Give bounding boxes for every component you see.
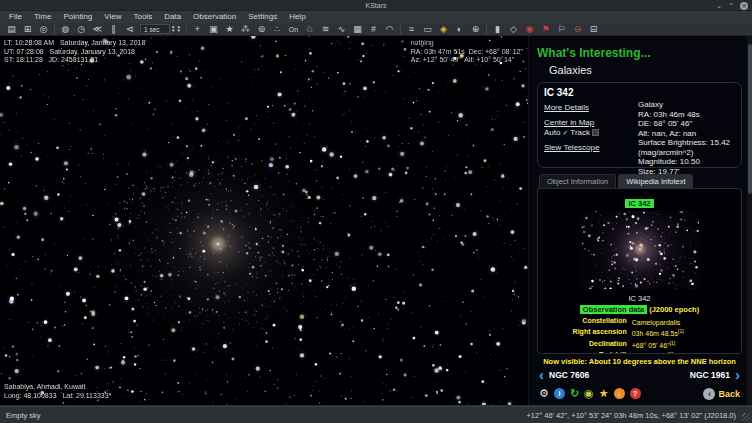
toolbar-separator — [186, 25, 187, 34]
row-value: Camelopardalis — [632, 319, 681, 326]
toggle-ecliptic-icon[interactable]: ∿ — [334, 23, 349, 36]
tab-object-information[interactable]: Object Information — [539, 174, 616, 188]
wikipedia-infotext-box: IC 342 IC 342 Observation data (J2000 ep… — [537, 188, 742, 354]
back-button[interactable]: ‹ Back — [703, 388, 740, 400]
menu-settings[interactable]: Settings — [242, 11, 283, 23]
geographic-location-icon[interactable]: ◍ — [58, 23, 73, 36]
timestep-value[interactable]: 1 sec — [140, 24, 170, 34]
toggle-constellation-lines-icon[interactable]: ∴ — [270, 23, 285, 36]
download-icon[interactable]: ↓ — [614, 388, 625, 399]
toggle-horizon-icon[interactable]: ◠ — [382, 23, 397, 36]
toggle-solar-system-icon[interactable]: ⊚ — [254, 23, 269, 36]
window-controls: ⌄ ⌃ ✕ — [716, 0, 748, 11]
target-icon[interactable]: ◉ — [522, 23, 537, 36]
moon-phase-icon[interactable]: ◐ — [452, 23, 467, 36]
timestep-unit-stepper[interactable]: ▲ ▼ — [171, 25, 175, 33]
find-object-icon[interactable]: ◎ — [36, 23, 51, 36]
toolbar-separator — [400, 25, 401, 34]
sidereal-time: ST: 18:11:28 JD: 2458131.81 — [4, 56, 98, 63]
visibility-eye-icon[interactable]: ◉ — [584, 387, 594, 400]
sky-map-view: LT: 10:28:08 AM Saturday, January 13, 20… — [0, 36, 528, 405]
summary-type: Galaxy — [638, 100, 735, 110]
prev-object-button[interactable]: NGC 7606 — [549, 370, 589, 380]
panel-scrollbar[interactable] — [747, 36, 752, 405]
prev-object-icon[interactable]: ‹ — [539, 369, 544, 381]
row-label: Right ascension — [542, 327, 632, 338]
location-info: Sababiya, Ahmadi, Kuwait Long: 48.100833… — [4, 383, 109, 400]
reverse-time-icon[interactable]: ⊲ — [122, 23, 137, 36]
details-info-icon[interactable]: i — [554, 388, 565, 399]
next-object-button[interactable]: NGC 1961 — [690, 370, 730, 380]
toggle-deepsky-icon[interactable]: ⁂ — [238, 23, 253, 36]
menu-file[interactable]: File — [3, 11, 28, 23]
kstars-window: KStars ⌄ ⌃ ✕ File Time Pointing View Too… — [0, 0, 752, 423]
paint-overlay-icon[interactable]: ◇ — [506, 23, 521, 36]
track-object-icon[interactable]: + — [190, 23, 205, 36]
more-details-link[interactable]: More Details — [544, 103, 589, 112]
location-coords: Long: 48.100833 Lat: 29.113333 — [4, 392, 109, 399]
menu-time[interactable]: Time — [28, 11, 57, 23]
set-time-icon[interactable]: ◷ — [74, 23, 89, 36]
settings-gear-icon[interactable]: ⚙ — [539, 387, 549, 400]
summary-altaz: Alt: nan, Az: nan — [638, 129, 735, 139]
no-tracking-icon[interactable]: ⊖ — [570, 23, 585, 36]
timestep-value-stepper[interactable]: ▲ ▼ — [176, 25, 180, 33]
toolbar-separator — [486, 25, 487, 34]
time-step-back-icon[interactable]: ≪ — [90, 23, 105, 36]
table-row: Constellation Camelopardalis — [542, 316, 737, 327]
toggle-stars-icon[interactable]: ★ — [222, 23, 237, 36]
toggle-horizontal-grid-icon[interactable]: # — [366, 23, 381, 36]
center-in-map-link[interactable]: Center in Map — [544, 118, 594, 127]
lock-position-icon[interactable]: ▮ — [490, 23, 505, 36]
visibility-note: Now visible: About 10 degrees above the … — [537, 357, 742, 366]
flag-icon[interactable]: ⚐ — [554, 23, 569, 36]
whats-interesting-icon[interactable]: ◈ — [436, 23, 451, 36]
sky-map[interactable] — [0, 36, 528, 405]
center-crosshair-icon[interactable]: ⊕ — [468, 23, 483, 36]
tab-wikipedia-infotext[interactable]: Wikipedia Infotext — [618, 174, 693, 188]
close-window-icon[interactable]: ✕ — [740, 2, 748, 10]
help-icon[interactable]: ? — [630, 388, 641, 399]
main-toolbar: ▤ ⊞ ◎ ◍ ◷ ≪ ∥ ⊲ 1 sec ▲ ▼ ▲ ▼ + ▣ ★ ⁂ ⊚ … — [0, 23, 752, 36]
stop-clock-icon[interactable]: ∥ — [106, 23, 121, 36]
panel-action-bar: ⚙ i ↻ ◉ ★ ↓ ? ‹ Back — [537, 387, 742, 400]
toggle-equatorial-grid-icon[interactable]: ▦ — [350, 23, 365, 36]
menu-help[interactable]: Help — [283, 11, 311, 23]
track-checkbox[interactable] — [592, 129, 599, 136]
toggle-constellation-art-icon[interactable]: ♘ — [302, 23, 317, 36]
maximize-window-icon[interactable]: ⌃ — [728, 2, 734, 9]
table-row: Right ascension 03h 46m 48.5s[1] — [542, 327, 737, 338]
summary-ra: RA: 03h 46m 48s — [638, 110, 735, 120]
toggle-milky-way-icon[interactable]: ≋ — [318, 23, 333, 36]
slew-telescope-link[interactable]: Slew Telescope — [544, 143, 599, 152]
reload-icon[interactable]: ↻ — [570, 387, 579, 400]
window-list-icon[interactable]: ⊞ — [20, 23, 35, 36]
spin-down-icon[interactable]: ▼ — [176, 29, 180, 33]
fov-symbol-icon[interactable]: ▣ — [206, 23, 221, 36]
row-label: Constellation — [542, 316, 632, 327]
wiki-data-table: Constellation Camelopardalis Right ascen… — [542, 316, 737, 354]
auto-track-control[interactable]: Auto ✓ Track — [544, 128, 638, 137]
track-checkmark-icon: ✓ — [562, 129, 568, 137]
observation-planner-icon[interactable]: ▭ — [420, 23, 435, 36]
spin-down-icon[interactable]: ▼ — [171, 29, 175, 33]
red-flag-icon[interactable]: ⚑ — [538, 23, 553, 36]
resize-grip[interactable] — [742, 413, 750, 421]
slider-icon[interactable]: ⊟ — [586, 23, 601, 36]
favorite-star-icon[interactable]: ★ — [599, 387, 609, 400]
view-toggle-icon[interactable]: ▤ — [4, 23, 19, 36]
row-value: 03h 46m 48.5s — [632, 331, 678, 338]
timestep-spinbox[interactable]: 1 sec ▲ ▼ ▲ ▼ — [140, 24, 181, 34]
galaxy-thumbnail-image — [581, 211, 699, 289]
lists-icon[interactable]: ≡ — [404, 23, 419, 36]
toggle-constellation-names-icon[interactable]: On — [286, 23, 301, 36]
menu-pointing[interactable]: Pointing — [57, 11, 98, 23]
next-object-icon[interactable]: › — [735, 369, 740, 381]
info-tabs: Object Information Wikipedia Infotext — [537, 174, 742, 188]
scrollbar-thumb[interactable] — [748, 44, 752, 194]
menu-observation[interactable]: Observation — [187, 11, 242, 23]
menu-data[interactable]: Data — [158, 11, 187, 23]
shade-window-icon[interactable]: ⌄ — [716, 2, 722, 9]
menu-tools[interactable]: Tools — [128, 11, 159, 23]
menu-view[interactable]: View — [98, 11, 127, 23]
